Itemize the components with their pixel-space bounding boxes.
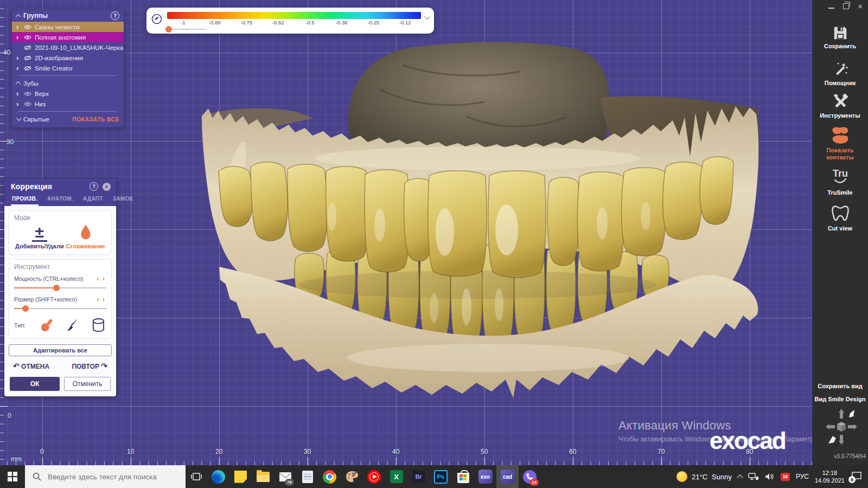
close-icon[interactable]: ×: [103, 183, 111, 191]
power-increase-button[interactable]: ›: [101, 274, 106, 282]
help-icon[interactable]: ?: [90, 182, 98, 191]
version-label: v3.0-7754/64: [834, 453, 866, 459]
slider-knob[interactable]: [22, 305, 29, 312]
notification-center-button[interactable]: 8: [851, 471, 863, 482]
tab-lock[interactable]: ЗАМОК: [112, 194, 134, 206]
group-item-label: Низ: [35, 101, 46, 107]
excel-app[interactable]: X: [385, 465, 407, 488]
eye-visible-icon[interactable]: [24, 91, 31, 97]
chevron-right-icon[interactable]: ›: [16, 23, 21, 30]
chevron-right-icon[interactable]: ›: [16, 100, 21, 107]
close-window-button[interactable]: ×: [858, 4, 863, 9]
colorbar-tick: -1: [167, 20, 199, 25]
colorbar-range-slider[interactable]: [167, 26, 206, 33]
minimize-button[interactable]: [828, 8, 834, 9]
hidden-section-row[interactable]: Скрытые ПОКАЗАТЬ ВСЕ: [12, 114, 124, 124]
chevron-right-icon[interactable]: ›: [16, 34, 21, 41]
view-navigation-cube[interactable]: [826, 408, 857, 451]
power-slider[interactable]: [14, 285, 106, 291]
size-decrease-button[interactable]: ‹: [95, 295, 100, 303]
slider-track[interactable]: [167, 29, 206, 30]
search-input[interactable]: [47, 472, 174, 481]
collapse-icon[interactable]: [16, 14, 21, 19]
tab-anatomic[interactable]: АНАТОМ.: [46, 194, 74, 206]
tools-button[interactable]: Инструменты: [812, 93, 868, 119]
group-item-upper[interactable]: › Верх: [12, 88, 124, 99]
weather-widget[interactable]: 21°C Sunny: [676, 471, 732, 482]
clock[interactable]: 12:18 14.09.2021: [815, 469, 845, 485]
undo-button[interactable]: ↶ ОТМЕНА: [13, 362, 49, 370]
eye-visible-icon[interactable]: [24, 24, 31, 30]
sticky-notes-app[interactable]: [229, 465, 252, 488]
group-item-2d-images[interactable]: › 2D-изображения: [12, 53, 124, 63]
photoshop-app[interactable]: Ps: [430, 465, 452, 488]
exocad-exo-app[interactable]: exo: [474, 465, 496, 488]
restore-button[interactable]: [843, 3, 849, 9]
volume-icon[interactable]: [765, 472, 775, 481]
edge-app[interactable]: [207, 465, 229, 488]
slider-knob[interactable]: [165, 26, 172, 33]
eye-visible-icon[interactable]: [24, 101, 31, 107]
viber-app[interactable]: 14: [519, 465, 541, 488]
youtube-music-app[interactable]: [363, 465, 385, 488]
help-icon[interactable]: ?: [111, 11, 119, 20]
group-item-jaw-scans[interactable]: › Сканы челюсти: [12, 22, 124, 32]
fine-brush-tool[interactable]: [65, 317, 81, 333]
cylinder-tool[interactable]: [91, 317, 106, 333]
chevron-down-icon[interactable]: [424, 14, 430, 20]
show-all-button[interactable]: ПОКАЗАТЬ ВСЕ: [72, 116, 119, 123]
exocad-cad-app[interactable]: cad: [496, 465, 519, 488]
size-increase-button[interactable]: ›: [101, 295, 106, 303]
file-explorer-app[interactable]: [252, 465, 274, 488]
network-icon[interactable]: [748, 472, 759, 481]
chevron-right-icon[interactable]: ›: [16, 90, 21, 97]
save-view-button[interactable]: Сохранить вид: [812, 383, 868, 389]
expand-icon[interactable]: [16, 115, 22, 121]
chevron-right-icon[interactable]: ›: [16, 65, 21, 72]
redo-button[interactable]: ПОВТОР ↷: [72, 362, 107, 370]
power-decrease-button[interactable]: ‹: [95, 274, 100, 282]
trusmile-button[interactable]: Tru TruSmile: [812, 166, 868, 196]
tray-expand-icon[interactable]: [737, 474, 743, 480]
paint-app[interactable]: [341, 465, 363, 488]
task-view-button[interactable]: [186, 465, 207, 488]
contact-gauge-icon[interactable]: [151, 13, 163, 25]
smooth-mode-button[interactable]: Сглаживание: [66, 224, 105, 249]
adapt-all-button[interactable]: Адаптировать все: [9, 344, 112, 356]
group-item-full-anatomy[interactable]: › Полная анатомия: [12, 32, 124, 42]
ok-button[interactable]: ОК: [10, 377, 60, 391]
cut-view-button[interactable]: Cut view: [812, 204, 868, 232]
taskbar-search[interactable]: [25, 465, 186, 488]
chrome-app[interactable]: [318, 465, 341, 488]
start-button[interactable]: [0, 465, 25, 488]
group-item-case-scan[interactable]: 2021-09-10_LUKASHUK-Черкасенко..: [12, 42, 124, 53]
wizard-button[interactable]: Помощник: [812, 61, 868, 87]
tab-free[interactable]: ПРОИЗВ.: [11, 194, 39, 206]
ms-store-app[interactable]: [452, 465, 474, 488]
group-item-smile-creator[interactable]: › Smile Creator: [12, 63, 124, 73]
tab-adapt[interactable]: АДАПТ: [82, 194, 104, 206]
eye-visible-icon[interactable]: [24, 35, 31, 40]
group-item-lower[interactable]: › Низ: [12, 99, 124, 109]
collapse-icon[interactable]: [16, 81, 21, 87]
mail-app[interactable]: 70: [274, 465, 296, 488]
eye-hidden-icon[interactable]: [24, 66, 31, 71]
groups-header[interactable]: Группы ?: [12, 10, 124, 22]
eye-hidden-icon[interactable]: [24, 55, 31, 61]
bridge-app[interactable]: Br: [407, 465, 430, 488]
smile-design-view-button[interactable]: Вид Smile Design: [812, 396, 868, 402]
language-indicator[interactable]: РУС: [796, 473, 809, 480]
save-button[interactable]: Сохранить: [812, 25, 868, 50]
add-remove-mode-button[interactable]: ± Добавить/Удали: [15, 224, 63, 249]
chevron-right-icon[interactable]: ›: [16, 54, 21, 61]
cancel-button[interactable]: Отменить: [64, 377, 111, 391]
reminder-badge-icon[interactable]: 10: [781, 473, 790, 481]
eye-hidden-icon[interactable]: [24, 45, 31, 50]
ruler-x-label: 20: [215, 448, 222, 455]
show-contacts-button[interactable]: Показать контакты: [812, 126, 868, 161]
teeth-section-header[interactable]: Зубы: [12, 78, 124, 88]
flat-brush-tool[interactable]: [39, 317, 55, 333]
notepad-app[interactable]: [296, 465, 318, 488]
size-slider[interactable]: [14, 305, 106, 312]
slider-knob[interactable]: [53, 285, 60, 291]
